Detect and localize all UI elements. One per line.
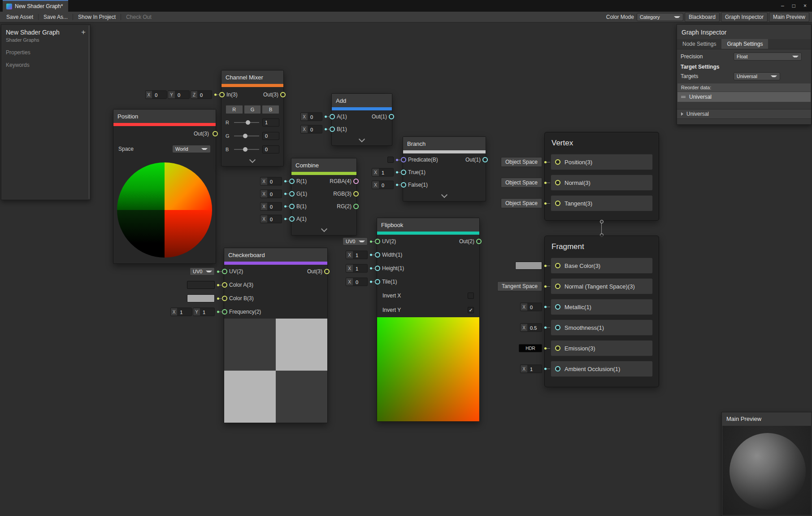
- x-field[interactable]: X0: [260, 177, 282, 186]
- port-metallic-float[interactable]: [555, 304, 560, 310]
- preview-sphere[interactable]: [729, 433, 806, 509]
- universal-foldout[interactable]: Universal: [677, 109, 811, 119]
- port-tangent-vector3[interactable]: [555, 201, 560, 206]
- invert-x-checkbox[interactable]: [468, 293, 474, 299]
- x-field[interactable]: X0: [372, 181, 394, 189]
- block-ambient-occlusion[interactable]: Ambient Occlusion(1) X1: [551, 361, 653, 377]
- color-a-swatch[interactable]: [187, 281, 215, 289]
- uv-channel-dropdown[interactable]: UV0: [343, 237, 368, 245]
- x-field[interactable]: X0: [145, 91, 167, 99]
- port-rg-vector2[interactable]: [353, 204, 359, 209]
- close-icon[interactable]: ×: [803, 3, 807, 9]
- x-field[interactable]: X1: [520, 365, 542, 373]
- block-smoothness[interactable]: Smoothness(1) X0.5: [551, 319, 653, 336]
- object-space-dropdown[interactable]: Object Space: [501, 178, 542, 188]
- x-field[interactable]: X0.5: [520, 324, 542, 332]
- port-rgb-vector3[interactable]: [353, 191, 359, 197]
- precision-dropdown[interactable]: Float: [734, 52, 802, 61]
- block-emission[interactable]: Emission(3) HDR: [551, 340, 653, 356]
- space-dropdown[interactable]: World: [172, 145, 211, 153]
- port-out-vector3[interactable]: [280, 92, 286, 97]
- color-b-swatch[interactable]: [187, 294, 215, 302]
- port-out-vector2[interactable]: [476, 239, 482, 244]
- main-preview-toggle[interactable]: Main Preview: [769, 12, 809, 22]
- scrollbar[interactable]: [88, 26, 90, 199]
- drag-handle-icon[interactable]: [681, 96, 686, 98]
- port-position-vector3[interactable]: [555, 159, 560, 165]
- object-space-dropdown[interactable]: Object Space: [501, 157, 542, 167]
- x-field[interactable]: X1: [346, 251, 368, 259]
- slider-handle[interactable]: [243, 147, 248, 152]
- block-base-color[interactable]: Base Color(3): [551, 258, 653, 274]
- slider-handle[interactable]: [243, 134, 248, 138]
- collapse-chevron-icon[interactable]: [321, 226, 327, 232]
- invert-y-checkbox-checked[interactable]: ✓: [468, 307, 474, 313]
- show-in-project-button[interactable]: Show In Project: [74, 13, 119, 22]
- x-field[interactable]: X0: [300, 125, 322, 134]
- maximize-icon[interactable]: □: [792, 3, 795, 9]
- node-add-titlebar[interactable]: Add: [332, 94, 392, 107]
- port-out-float[interactable]: [389, 114, 394, 119]
- channel-r-button[interactable]: R: [226, 105, 243, 114]
- emission-hdr-swatch[interactable]: HDR: [519, 344, 542, 352]
- node-checkerboard-titlebar[interactable]: Checkerboard: [224, 248, 327, 262]
- node-branch-titlebar[interactable]: Branch: [403, 137, 486, 150]
- slider-g[interactable]: [234, 136, 259, 136]
- color-mode-dropdown[interactable]: Category: [637, 13, 683, 21]
- x-field[interactable]: X0: [346, 278, 368, 286]
- port-normal-vector3[interactable]: [555, 180, 560, 185]
- block-normal[interactable]: Normal(3) Object Space: [551, 175, 653, 191]
- port-ao-float[interactable]: [555, 366, 560, 372]
- x-field[interactable]: X0: [260, 202, 282, 211]
- save-as-button[interactable]: Save As...: [40, 13, 71, 22]
- port-rgba-vector4[interactable]: [353, 179, 359, 184]
- slider-handle[interactable]: [246, 120, 250, 125]
- channel-g-button[interactable]: G: [244, 105, 261, 114]
- targets-dropdown[interactable]: Universal: [734, 72, 780, 80]
- tangent-space-dropdown[interactable]: Tangent Space: [497, 281, 542, 291]
- x-field[interactable]: X1: [346, 264, 368, 273]
- block-metallic[interactable]: Metallic(1) X0: [551, 299, 653, 315]
- slider-r[interactable]: [234, 122, 259, 123]
- x-field[interactable]: X1: [170, 308, 192, 316]
- collapse-chevron-icon[interactable]: [249, 157, 256, 163]
- port-emission-vector3[interactable]: [555, 345, 560, 351]
- node-channel-mixer-titlebar[interactable]: Channel Mixer: [221, 70, 283, 84]
- z-field[interactable]: Z0: [191, 91, 212, 99]
- x-field[interactable]: X1: [372, 168, 394, 177]
- x-field[interactable]: X0: [260, 215, 282, 223]
- uv-channel-dropdown[interactable]: UV0: [190, 267, 215, 275]
- slider-r-value[interactable]: 1: [262, 118, 279, 127]
- reorder-item-universal[interactable]: Universal: [677, 92, 811, 102]
- x-field[interactable]: X0: [300, 113, 322, 121]
- port-normal-ts-vector3[interactable]: [555, 284, 560, 289]
- channel-b-button[interactable]: B: [262, 105, 279, 114]
- x-field[interactable]: X0: [520, 303, 542, 311]
- node-position-titlebar[interactable]: Position: [113, 109, 216, 123]
- add-property-button[interactable]: +: [81, 29, 86, 35]
- slider-b-value[interactable]: 0: [262, 145, 279, 153]
- x-field[interactable]: X0: [260, 190, 282, 198]
- tab-graph-settings[interactable]: Graph Settings: [721, 39, 768, 49]
- block-normal-ts[interactable]: Normal (Tangent Space)(3) Tangent Space: [551, 278, 653, 294]
- graph-inspector-toggle[interactable]: Graph Inspector: [721, 12, 768, 22]
- port-smoothness-float[interactable]: [555, 325, 560, 330]
- collapse-chevron-icon[interactable]: [359, 136, 365, 142]
- port-base-color-vector3[interactable]: [555, 263, 560, 268]
- minimize-icon[interactable]: –: [781, 3, 784, 9]
- tab-node-settings[interactable]: Node Settings: [677, 39, 721, 49]
- block-tangent[interactable]: Tangent(3) Object Space: [551, 195, 653, 211]
- node-flipbook-titlebar[interactable]: Flipbook: [377, 218, 479, 232]
- node-combine-titlebar[interactable]: Combine: [291, 158, 356, 172]
- y-field[interactable]: Y0: [168, 91, 190, 99]
- y-field[interactable]: Y1: [193, 308, 215, 316]
- slider-g-value[interactable]: 0: [262, 132, 279, 140]
- slider-b[interactable]: [234, 149, 259, 150]
- port-out-vector3[interactable]: [213, 131, 218, 136]
- tab-new-shader-graph[interactable]: New Shader Graph*: [3, 0, 68, 12]
- port-out-vector3[interactable]: [324, 269, 330, 274]
- save-asset-button[interactable]: Save Asset: [3, 13, 37, 22]
- base-color-swatch[interactable]: [515, 262, 542, 270]
- port-out-float[interactable]: [482, 157, 488, 162]
- blackboard-toggle[interactable]: Blackboard: [685, 12, 720, 22]
